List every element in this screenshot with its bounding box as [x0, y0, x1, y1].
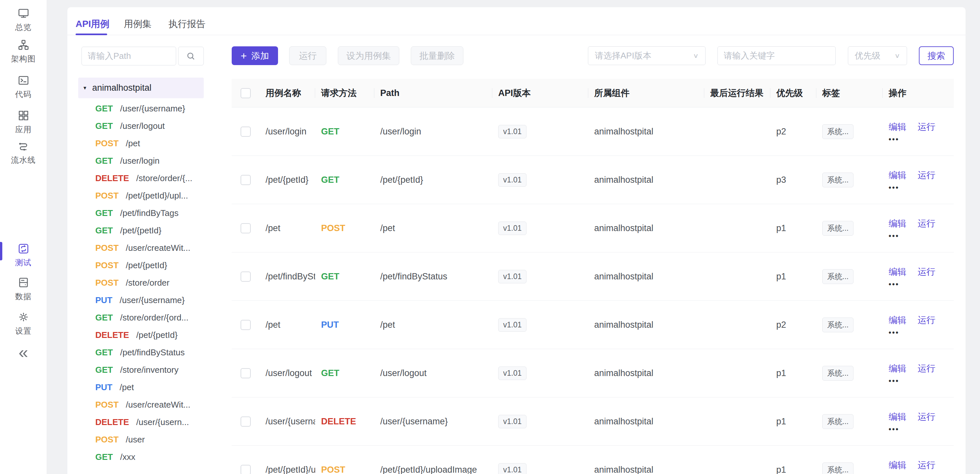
more-actions-icon[interactable]: ••• [889, 282, 954, 287]
tree-endpoint-item[interactable]: POST /user [78, 431, 204, 449]
row-checkbox[interactable] [240, 465, 251, 474]
method-badge: GET [95, 121, 113, 131]
tree-endpoint-item[interactable]: GET /pet/findByStatus [78, 344, 204, 361]
more-actions-icon[interactable]: ••• [889, 427, 954, 432]
row-checkbox[interactable] [240, 175, 251, 185]
sidebar-item-architecture[interactable]: 架构图 [0, 39, 47, 64]
run-link[interactable]: 运行 [918, 121, 935, 133]
row-checkbox[interactable] [240, 223, 251, 233]
sidebar-item-settings[interactable]: 设置 [0, 311, 47, 336]
tree-endpoint-item[interactable]: PUT /user/{username} [78, 291, 204, 309]
cell-path: /pet/{petId}/uploadImage [374, 465, 492, 474]
tree-endpoint-item[interactable]: POST /pet/{petId}/upl... [78, 187, 204, 204]
sidebar-item-label: 设置 [15, 326, 32, 336]
run-link[interactable]: 运行 [918, 169, 935, 181]
edit-link[interactable]: 编辑 [889, 363, 906, 374]
row-checkbox[interactable] [240, 127, 251, 137]
edit-link[interactable]: 编辑 [889, 266, 906, 278]
select-all-checkbox[interactable] [240, 88, 251, 98]
method-badge: POST [95, 191, 119, 201]
endpoint-path: /user/{usern... [136, 417, 189, 427]
tab-run-reports[interactable]: 执行报告 [169, 18, 205, 30]
sidebar-item-label: 架构图 [11, 54, 36, 64]
run-link[interactable]: 运行 [918, 411, 935, 423]
row-checkbox[interactable] [240, 320, 251, 330]
method-badge: GET [95, 365, 113, 375]
cell-case-name: /pet/{petId} [259, 175, 315, 185]
tree-endpoint-item[interactable]: PUT /pet [78, 379, 204, 396]
tree-endpoint-item[interactable]: GET /pet/{petId} [78, 222, 204, 239]
edit-link[interactable]: 编辑 [889, 169, 906, 181]
sidebar-item-test[interactable]: 测试 [0, 243, 47, 268]
cell-actions: 编辑 运行 ••• [883, 266, 954, 287]
cell-actions: 编辑 运行 ••• [883, 411, 954, 432]
tree-endpoint-item[interactable]: GET /user/logout [78, 117, 204, 135]
sidebar-item-pipeline[interactable]: 流水线 [0, 140, 47, 165]
priority-select[interactable]: 优先级 ∨ [848, 46, 907, 65]
run-link[interactable]: 运行 [918, 266, 935, 278]
cell-path: /user/logout [374, 368, 492, 379]
run-link[interactable]: 运行 [918, 459, 935, 471]
sidebar-item-label: 应用 [15, 124, 32, 135]
method-badge: GET [95, 452, 113, 462]
search-button[interactable]: 搜索 [919, 46, 954, 65]
more-actions-icon[interactable]: ••• [889, 330, 954, 335]
tree-endpoint-item[interactable]: GET /pet/findByTags [78, 204, 204, 222]
endpoint-path: /store/inventory [120, 365, 178, 375]
col-last-run-result: 最后运行结果 [704, 79, 770, 107]
api-version-tag: v1.01 [498, 221, 527, 235]
sidebar-item-code[interactable]: 代码 [0, 74, 47, 100]
cell-path: /user/{username} [374, 417, 492, 427]
edit-link[interactable]: 编辑 [889, 218, 906, 229]
tree-endpoint-item[interactable]: DELETE /user/{usern... [78, 414, 204, 431]
method-badge: POST [95, 400, 119, 410]
gear-icon [18, 311, 30, 323]
run-button[interactable]: 运行 [289, 46, 326, 65]
api-version-select[interactable]: 请选择API版本 ∨ [588, 46, 706, 65]
row-checkbox[interactable] [240, 417, 251, 427]
tree-endpoint-item[interactable]: GET /user/login [78, 152, 204, 170]
tree-endpoint-item[interactable]: POST /pet/{petId} [78, 257, 204, 274]
row-checkbox[interactable] [240, 368, 251, 379]
endpoint-path: /user/createWit... [126, 243, 191, 253]
set-as-suite-button[interactable]: 设为用例集 [338, 46, 399, 65]
tree-endpoint-item[interactable]: GET /user/{username} [78, 100, 204, 117]
more-actions-icon[interactable]: ••• [889, 233, 954, 239]
path-search-input[interactable] [81, 47, 176, 65]
tree-endpoint-item[interactable]: DELETE /pet/{petId} [78, 326, 204, 344]
method-badge: POST [95, 434, 119, 445]
run-link[interactable]: 运行 [918, 218, 935, 229]
edit-link[interactable]: 编辑 [889, 459, 906, 471]
tab-case-suites[interactable]: 用例集 [124, 18, 151, 30]
keyword-input[interactable] [718, 46, 836, 65]
tab-api-cases[interactable]: API用例 [76, 18, 110, 30]
tree-endpoint-item[interactable]: POST /pet [78, 135, 204, 152]
more-actions-icon[interactable]: ••• [889, 185, 954, 190]
batch-delete-button[interactable]: 批量删除 [411, 46, 463, 65]
add-button[interactable]: + 添加 [232, 46, 278, 65]
row-checkbox[interactable] [240, 272, 251, 282]
path-search-row [81, 47, 204, 65]
path-search-button[interactable] [178, 47, 204, 65]
sidebar-item-data[interactable]: 数据 [0, 277, 47, 302]
run-link[interactable]: 运行 [918, 314, 935, 326]
more-actions-icon[interactable]: ••• [889, 137, 954, 142]
edit-link[interactable]: 编辑 [889, 411, 906, 423]
edit-link[interactable]: 编辑 [889, 121, 906, 133]
tree-endpoint-item[interactable]: GET /store/inventory [78, 361, 204, 379]
tree-root-node[interactable]: ▾ animalhostpital [78, 78, 204, 98]
tree-endpoint-item[interactable]: POST /user/createWit... [78, 239, 204, 257]
tree-endpoint-item[interactable]: DELETE /store/order/{... [78, 170, 204, 187]
edit-link[interactable]: 编辑 [889, 314, 906, 326]
col-request-method: 请求方法 [315, 79, 374, 107]
tree-endpoint-item[interactable]: GET /xxx [78, 449, 204, 466]
cell-actions: 编辑 运行 ••• [883, 169, 954, 190]
tree-endpoint-item[interactable]: POST /user/createWit... [78, 396, 204, 414]
more-actions-icon[interactable]: ••• [889, 379, 954, 383]
collapse-sidebar-icon[interactable]: « [0, 344, 47, 361]
sidebar-item-overview[interactable]: 总览 [0, 7, 47, 33]
tree-endpoint-item[interactable]: GET /store/order/{ord... [78, 309, 204, 326]
tree-endpoint-item[interactable]: POST /store/order [78, 274, 204, 291]
run-link[interactable]: 运行 [918, 363, 935, 374]
sidebar-item-apps[interactable]: 应用 [0, 110, 47, 135]
